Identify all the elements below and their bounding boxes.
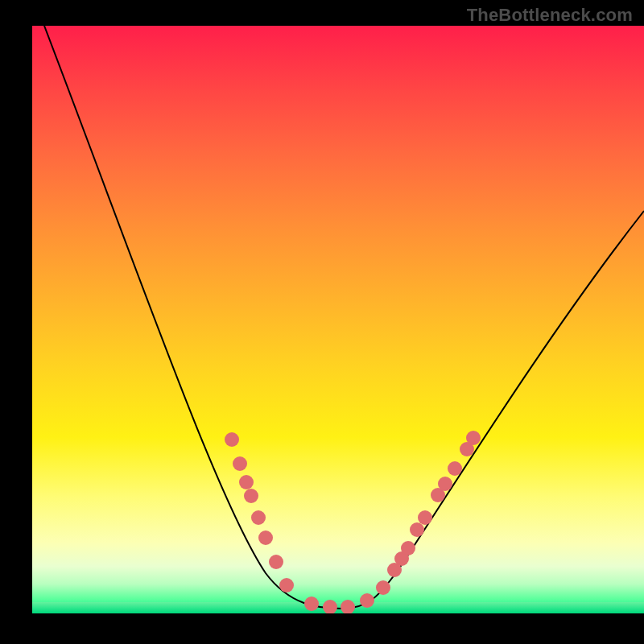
curve-dot [304,597,319,611]
right-dots-group [360,431,481,608]
curve-dot [401,541,415,555]
chart-svg [32,26,644,613]
chart-frame: TheBottleneck.com [0,0,644,644]
curve-dot [279,578,294,592]
curve-dot [376,580,390,595]
curve-dot [341,600,355,613]
curve-dot [269,555,283,569]
bottleneck-curve [44,26,644,609]
curve-dot [244,489,258,503]
watermark-text: TheBottleneck.com [467,5,633,26]
curve-dot [418,510,432,525]
plot-area [32,26,644,613]
curve-dot [448,461,462,476]
curve-dot [233,456,247,471]
curve-dot [225,432,239,447]
curve-dot [239,475,254,489]
curve-dot [410,522,424,537]
curve-dot [323,600,337,613]
curve-dot [466,431,481,445]
curve-dot [251,510,266,525]
curve-dot [360,593,374,608]
left-dots-group [225,432,355,613]
curve-dot [258,530,273,545]
curve-dot [438,477,452,491]
